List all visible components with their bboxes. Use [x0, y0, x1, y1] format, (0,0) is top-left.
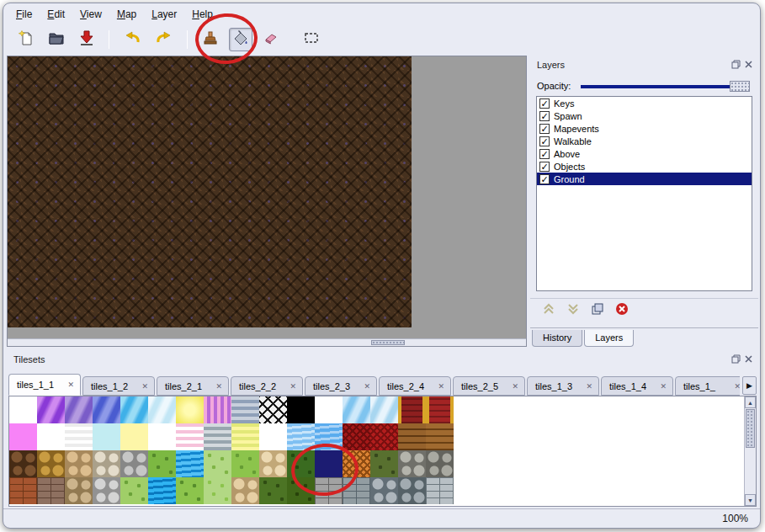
close-icon[interactable]: ✕ — [290, 382, 296, 391]
palette-tile[interactable] — [120, 423, 148, 450]
palette-tile[interactable] — [37, 423, 65, 450]
undo-button[interactable] — [121, 28, 145, 51]
palette-tile[interactable] — [176, 477, 204, 504]
scroll-up-icon[interactable]: ▲ — [745, 396, 756, 408]
palette-tile[interactable] — [315, 450, 343, 477]
close-icon[interactable]: ✕ — [438, 382, 444, 391]
menu-item-layer[interactable]: Layer — [144, 5, 184, 24]
palette-tile[interactable] — [176, 423, 204, 450]
raise-layer-button[interactable] — [542, 302, 555, 319]
palette-tile[interactable] — [231, 423, 259, 450]
palette-tile[interactable] — [148, 450, 176, 477]
close-icon[interactable]: ✕ — [586, 382, 592, 391]
palette-tile[interactable] — [259, 423, 287, 450]
map-canvas[interactable] — [7, 56, 527, 347]
tileset-tab-tiles_2_3[interactable]: tiles_2_3✕ — [305, 376, 377, 396]
palette-tile[interactable] — [120, 450, 148, 477]
palette-tile[interactable] — [231, 477, 259, 504]
layer-row-objects[interactable]: ✓Objects — [537, 160, 752, 173]
panel-tab-layers[interactable]: Layers — [584, 330, 634, 347]
palette-tile[interactable] — [204, 396, 231, 423]
palette-tile[interactable] — [93, 423, 120, 450]
layer-row-spawn[interactable]: ✓Spawn — [537, 109, 752, 122]
palette-vertical-scrollbar[interactable]: ▲ ▼ — [744, 396, 756, 506]
redo-button[interactable] — [151, 28, 175, 51]
close-icon[interactable]: ✕ — [67, 380, 74, 389]
palette-tile[interactable] — [120, 477, 148, 504]
close-icon[interactable] — [744, 354, 753, 364]
canvas-horizontal-scrollbar[interactable] — [8, 338, 526, 346]
map-surface[interactable] — [8, 56, 412, 327]
new-map-button[interactable] — [14, 28, 38, 51]
layer-row-above[interactable]: ✓Above — [537, 147, 752, 160]
palette-tile[interactable] — [65, 450, 93, 477]
palette-tile[interactable] — [231, 396, 259, 423]
palette-tile[interactable] — [204, 423, 231, 450]
fill-tool-button[interactable] — [229, 28, 252, 51]
layer-visibility-checkbox[interactable]: ✓ — [539, 124, 550, 134]
palette-tile[interactable] — [343, 396, 370, 423]
palette-tile[interactable] — [176, 396, 204, 423]
tileset-tab-tiles_2_5[interactable]: tiles_2_5✕ — [453, 376, 525, 396]
palette-tile[interactable] — [343, 477, 370, 504]
layer-visibility-checkbox[interactable]: ✓ — [539, 98, 550, 109]
palette-tile[interactable] — [9, 477, 37, 504]
stamp-tool-button[interactable] — [199, 28, 222, 51]
layer-visibility-checkbox[interactable]: ✓ — [539, 174, 550, 184]
tileset-tab-tiles_1_3[interactable]: tiles_1_3✕ — [527, 376, 599, 396]
palette-tile[interactable] — [315, 477, 343, 504]
palette-tile[interactable] — [259, 396, 287, 423]
lower-layer-button[interactable] — [566, 302, 580, 319]
palette-tile[interactable] — [426, 396, 454, 423]
palette-tile[interactable] — [148, 477, 176, 504]
layer-visibility-checkbox[interactable]: ✓ — [539, 149, 550, 159]
palette-tile[interactable] — [9, 450, 37, 477]
eraser-tool-button[interactable] — [259, 28, 283, 51]
palette-tile[interactable] — [370, 477, 398, 504]
close-icon[interactable] — [744, 60, 753, 69]
close-icon[interactable]: ✕ — [364, 382, 370, 391]
palette-tile[interactable] — [398, 423, 426, 450]
palette-tile[interactable] — [9, 423, 37, 450]
palette-tile[interactable] — [398, 396, 426, 423]
palette-tile[interactable] — [93, 477, 120, 504]
menu-item-view[interactable]: View — [72, 5, 109, 24]
palette-tile[interactable] — [93, 450, 120, 477]
palette-tile[interactable] — [148, 423, 176, 450]
palette-tile[interactable] — [204, 450, 231, 477]
palette-tile[interactable] — [37, 396, 65, 423]
palette-tile[interactable] — [9, 396, 37, 423]
layer-visibility-checkbox[interactable]: ✓ — [539, 162, 550, 172]
palette-tile[interactable] — [398, 477, 426, 504]
tab-scroll-right-button[interactable]: ▶ — [742, 376, 757, 395]
palette-tile[interactable] — [204, 477, 231, 504]
palette-tile[interactable] — [287, 450, 315, 477]
palette-tile[interactable] — [259, 450, 287, 477]
layer-row-mapevents[interactable]: ✓Mapevents — [537, 122, 752, 135]
tileset-tab-tiles_1_4[interactable]: tiles_1_4✕ — [601, 376, 673, 396]
tileset-tab-tiles_1_[interactable]: tiles_1_✕ — [675, 376, 740, 396]
menu-item-edit[interactable]: Edit — [40, 5, 72, 24]
palette-tile[interactable] — [37, 477, 65, 504]
panel-tab-history[interactable]: History — [532, 330, 582, 347]
tileset-tab-tiles_2_2[interactable]: tiles_2_2✕ — [231, 376, 303, 396]
layer-visibility-checkbox[interactable]: ✓ — [539, 136, 550, 146]
tileset-tab-tiles_1_1[interactable]: tiles_1_1✕ — [8, 374, 81, 396]
tileset-tab-tiles_2_1[interactable]: tiles_2_1✕ — [157, 376, 229, 396]
float-icon[interactable] — [731, 354, 741, 364]
layer-row-ground[interactable]: ✓Ground — [537, 173, 752, 185]
palette-tile[interactable] — [370, 450, 398, 477]
palette-tile[interactable] — [176, 450, 204, 477]
palette-tile[interactable] — [120, 396, 148, 423]
layer-row-keys[interactable]: ✓Keys — [537, 97, 752, 109]
save-button[interactable] — [75, 28, 98, 51]
float-icon[interactable] — [731, 60, 741, 69]
palette-scrollbar-thumb[interactable] — [746, 409, 755, 448]
palette-tile[interactable] — [259, 477, 287, 504]
palette-tile[interactable] — [93, 396, 120, 423]
opacity-slider[interactable] — [581, 79, 750, 93]
palette-tile[interactable] — [426, 423, 454, 450]
palette-tile[interactable] — [65, 423, 93, 450]
layer-visibility-checkbox[interactable]: ✓ — [539, 111, 550, 121]
palette-tile[interactable] — [315, 423, 343, 450]
